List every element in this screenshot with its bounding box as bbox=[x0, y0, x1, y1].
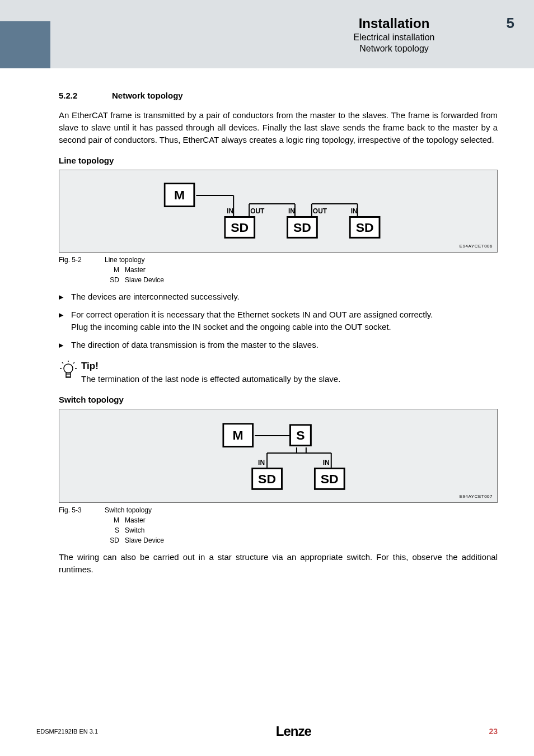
legend-key: M bbox=[105, 515, 119, 525]
slave-node: SD bbox=[349, 216, 381, 239]
section-title: Network topology bbox=[112, 91, 183, 100]
lenze-logo: Lenze bbox=[276, 724, 311, 739]
figure-caption: Switch topology bbox=[105, 506, 152, 514]
page-header: Installation Electrical installation Net… bbox=[0, 0, 534, 68]
line-topology-svg: M SD SD SD IN OUT IN OUT IN bbox=[66, 181, 490, 243]
legend-key: SD bbox=[105, 275, 119, 285]
legend-key: S bbox=[105, 525, 119, 535]
switch-legend: MMaster SSwitch SDSlave Device bbox=[105, 515, 498, 545]
bullet-item: For correct operation it is necessary th… bbox=[59, 309, 498, 333]
lightbulb-icon bbox=[59, 361, 81, 382]
page-number: 23 bbox=[489, 727, 498, 736]
switch-topology-diagram: M S SD SD IN IN E94AYCET007 bbox=[59, 409, 498, 503]
header-title: Installation bbox=[288, 16, 500, 31]
slave-node: SD bbox=[224, 216, 255, 239]
figure-label: Fig. 5-2 bbox=[59, 256, 105, 264]
bullet-item: The direction of data transmission is fr… bbox=[59, 339, 498, 351]
line-topology-diagram: M SD SD SD IN OUT IN OUT IN E94AYCET006 bbox=[59, 170, 498, 253]
port-in: IN bbox=[258, 459, 271, 466]
tip-title: Tip! bbox=[81, 361, 340, 372]
legend-val: Slave Device bbox=[125, 275, 164, 285]
port-in: IN bbox=[227, 207, 240, 215]
master-node: M bbox=[222, 423, 254, 447]
section-intro: An EtherCAT frame is transmitted by a pa… bbox=[59, 109, 498, 146]
legend-val: Master bbox=[125, 265, 146, 275]
legend-val: Slave Device bbox=[125, 535, 164, 545]
line-legend: MMaster SDSlave Device bbox=[105, 265, 498, 285]
diagram-code: E94AYCET006 bbox=[460, 244, 493, 249]
switch-topology-heading: Switch topology bbox=[59, 395, 498, 404]
header-subtitle-1: Electrical installation bbox=[288, 32, 500, 43]
slave-node: SD bbox=[287, 216, 318, 239]
svg-line-13 bbox=[73, 362, 74, 363]
bullet-item: The devices are interconnected successiv… bbox=[59, 291, 498, 303]
switch-node: S bbox=[289, 424, 312, 446]
legend-val: Switch bbox=[125, 525, 144, 535]
line-topology-heading: Line topology bbox=[59, 156, 498, 165]
footer-doc-id: EDSMF2192IB EN 3.1 bbox=[36, 728, 98, 735]
legend-key: M bbox=[105, 265, 119, 275]
chapter-number: 5 bbox=[507, 15, 514, 32]
figure-label: Fig. 5-3 bbox=[59, 506, 105, 514]
section-heading: 5.2.2 Network topology bbox=[59, 91, 498, 100]
header-subtitle-2: Network topology bbox=[288, 44, 500, 54]
svg-point-8 bbox=[64, 364, 73, 373]
switch-closing-paragraph: The wiring can also be carried out in a … bbox=[59, 551, 498, 576]
port-out: OUT bbox=[250, 207, 267, 215]
page-footer: EDSMF2192IB EN 3.1 Lenze 23 bbox=[0, 724, 534, 739]
tip-block: Tip! The termination of the last node is… bbox=[59, 361, 498, 384]
tip-text: The termination of the last node is effe… bbox=[81, 374, 340, 384]
slave-node: SD bbox=[251, 468, 283, 490]
legend-key: SD bbox=[105, 535, 119, 545]
figure-caption-row: Fig. 5-3 Switch topology bbox=[59, 506, 498, 514]
section-number: 5.2.2 bbox=[59, 91, 112, 100]
header-titles: Installation Electrical installation Net… bbox=[288, 16, 500, 54]
diagram-code: E94AYCET007 bbox=[460, 494, 493, 499]
svg-line-12 bbox=[62, 362, 63, 363]
port-in: IN bbox=[323, 459, 336, 466]
slave-node: SD bbox=[314, 468, 345, 490]
figure-caption-row: Fig. 5-2 Line topology bbox=[59, 256, 498, 264]
port-in: IN bbox=[351, 207, 364, 215]
legend-val: Master bbox=[125, 515, 146, 525]
header-accent-block bbox=[0, 21, 50, 68]
port-out: OUT bbox=[313, 207, 330, 215]
figure-caption: Line topology bbox=[105, 256, 144, 264]
line-bullets: The devices are interconnected successiv… bbox=[59, 291, 498, 351]
switch-topology-svg: M S SD SD IN IN bbox=[66, 421, 490, 493]
master-node: M bbox=[164, 183, 195, 207]
port-in: IN bbox=[288, 207, 302, 215]
svg-rect-14 bbox=[66, 373, 71, 377]
